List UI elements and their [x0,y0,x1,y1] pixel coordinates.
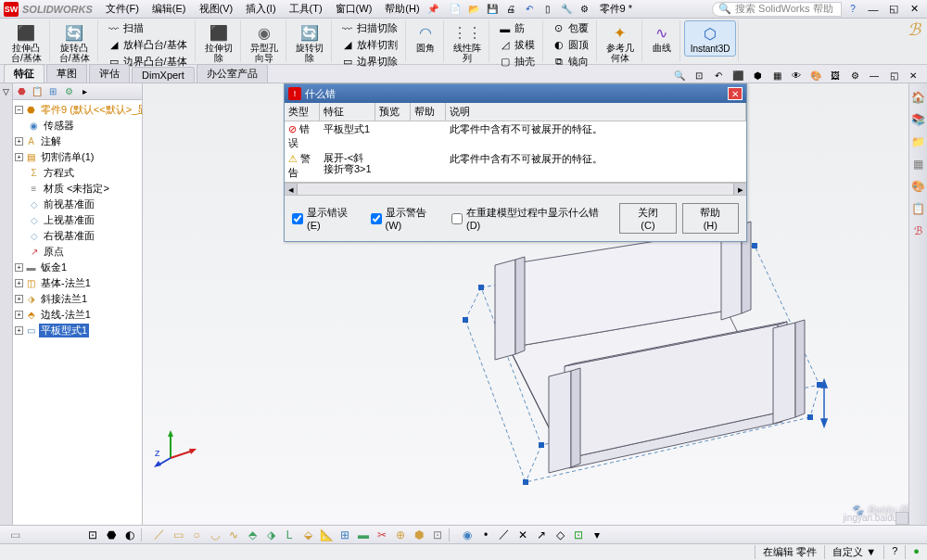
bt-sm4-icon[interactable]: ⬙ [300,528,315,542]
appearance-icon[interactable]: 🎨 [807,68,824,83]
tree-cutlist[interactable]: +▤切割清单(1) [15,149,140,165]
view-triad[interactable]: z [152,423,198,469]
menu-insert[interactable]: 插入(I) [240,0,281,18]
col-help[interactable]: 帮助 [411,103,446,121]
library-icon[interactable]: 📚 [911,113,926,128]
menu-file[interactable]: 文件(F) [100,0,145,18]
sw-tp-icon[interactable]: ℬ [911,224,926,239]
col-description[interactable]: 说明 [446,103,746,121]
wrap-button[interactable]: ⊙包覆 [551,20,590,36]
model-tab-icon[interactable]: ▭ [7,528,22,542]
tree-root[interactable]: −⬣零件9 (默认<<默认>_显示状 [15,102,140,118]
menu-window[interactable]: 窗口(W) [330,0,378,18]
menu-tools[interactable]: 工具(T) [284,0,328,18]
bt-arc-icon[interactable]: ◡ [208,528,222,542]
prev-view-icon[interactable]: ↶ [710,68,727,83]
minimize-icon[interactable]: — [864,2,883,17]
hole-wizard-button[interactable]: ◉ 异型孔 向导 [245,20,284,65]
tab-features[interactable]: 特征 [4,64,44,83]
options-icon[interactable]: ⚙ [578,2,592,17]
sweep-button[interactable]: 〰扫描 [106,20,189,36]
menu-view[interactable]: 视图(V) [194,0,239,18]
restore-icon[interactable]: ◱ [884,2,903,17]
help-icon[interactable]: ? [845,2,860,17]
print-icon[interactable]: 🖨 [503,2,518,17]
tree-edgeflange[interactable]: +⬘边线-法兰1 [15,307,140,323]
bt-circle-icon[interactable]: ○ [189,528,204,542]
tab-evaluate[interactable]: 评估 [89,64,130,83]
loft-button[interactable]: ◢放样凸台/基体 [106,37,189,53]
bt-sm2-icon[interactable]: ⬗ [263,528,278,542]
tree-flatpattern[interactable]: +▭平板型式1 [15,323,140,338]
col-feature[interactable]: 特征 [320,103,375,121]
tree-equations[interactable]: Σ方程式 [15,165,140,181]
bt-icon-3[interactable]: ◐ [122,528,137,542]
bt-ax-icon[interactable]: ✕ [515,528,530,542]
bt-icon-2[interactable]: ⬣ [104,528,119,542]
menu-edit[interactable]: 编辑(E) [146,0,192,18]
dialog-rows[interactable]: ⊘ 错误 平板型式1 此零件中含有不可被展开的特征。 ⚠ 警告 展开-<斜接折弯… [285,121,746,183]
tab-dimxpert[interactable]: DimXpert [132,67,195,83]
filter-icon[interactable]: ▽ [1,87,12,98]
tree-miterflange[interactable]: +⬗斜接法兰1 [15,291,140,307]
shell-button[interactable]: ▢抽壳 [497,54,537,70]
explorer-icon[interactable]: 📁 [911,135,926,150]
tree-origin[interactable]: ↗原点 [15,244,140,260]
select-icon[interactable]: ▯ [540,2,555,17]
tree-display-icon[interactable]: ⊞ [46,85,59,98]
hide-show-icon[interactable]: 👁 [788,68,805,83]
bt-rect-icon[interactable]: ▭ [171,528,185,542]
boundary-cut-button[interactable]: ▭边界切除 [339,54,400,70]
appearance2-icon[interactable]: 🎨 [911,180,926,195]
dialog-row-warning[interactable]: ⚠ 警告 展开-<斜接折弯3>1 此零件中含有不可被展开的特征。 [285,151,746,181]
bt-sm11-icon[interactable]: ⊡ [430,528,445,542]
bt-line-icon[interactable]: ／ [152,528,167,542]
rebuild-icon[interactable]: 🔧 [559,2,574,17]
status-custom[interactable]: 自定义 ▼ [824,545,883,559]
dialog-hscroll[interactable]: ◂ ▸ [285,183,746,196]
revolve-boss-button[interactable]: 🔄 旋转凸 台/基体 [54,20,95,65]
search-box[interactable]: 🔍 搜索 SolidWorks 帮助 [712,2,842,17]
graphics-viewport[interactable]: ! 什么错 ✕ 类型 特征 预览 帮助 说明 ⊘ 错误 平板型式1 此零件中含有… [143,83,927,525]
property-icon[interactable]: 📋 [911,202,926,217]
bt-sm9-icon[interactable]: ⊕ [393,528,408,542]
extrude-boss-button[interactable]: ⬛ 拉伸凸 台/基体 [6,20,47,65]
display-style-icon[interactable]: ▦ [768,68,785,83]
bt-icon-1[interactable]: ⊡ [85,528,100,542]
menu-help[interactable]: 帮助(H) [379,0,425,18]
pattern-button[interactable]: ⋮⋮ 线性阵 列 [448,20,487,65]
bt-sm5-icon[interactable]: 📐 [319,528,334,542]
bt-px-icon[interactable]: ◉ [460,528,475,542]
tree-other-icon[interactable]: ▸ [78,85,91,98]
tree-prop-icon[interactable]: ⚙ [62,85,75,98]
palette-icon[interactable]: ▦ [911,158,926,172]
doc-close-icon[interactable]: ✕ [905,68,921,83]
chk-show-rebuild[interactable]: 在重建模型过程中显示什么错(D) [451,206,608,231]
chk-show-errors[interactable]: 显示错误(E) [292,206,360,231]
save-icon[interactable]: 💾 [485,2,500,17]
zoom-area-icon[interactable]: ⊡ [691,68,707,83]
tab-office[interactable]: 办公室产品 [197,64,268,83]
bt-ln-icon[interactable]: • [478,528,493,542]
dialog-titlebar[interactable]: ! 什么错 ✕ [285,84,746,103]
doc-max-icon[interactable]: ◱ [885,68,902,83]
tree-annotations[interactable]: +A注解 [15,134,140,149]
home-icon[interactable]: 🏠 [911,91,926,106]
bt-cs-icon[interactable]: ↗ [534,528,549,542]
tree-right-plane[interactable]: ◇右视基准面 [15,228,140,244]
bt-sm8-icon[interactable]: ✂ [375,528,389,542]
feature-tree[interactable]: −⬣零件9 (默认<<默认>_显示状 ◉传感器 +A注解 +▤切割清单(1) Σ… [13,100,142,525]
new-icon[interactable]: 📄 [448,2,463,17]
status-help-icon[interactable]: ? [883,545,905,559]
tree-sheetmetal[interactable]: +▬钣金1 [15,260,140,275]
bt-ln2-icon[interactable]: ／ [497,528,512,542]
draft-button[interactable]: ◿拔模 [497,37,537,53]
tree-top-plane[interactable]: ◇上视基准面 [15,212,140,228]
open-icon[interactable]: 📂 [466,2,481,17]
doc-min-icon[interactable]: — [866,68,883,83]
bt-sm6-icon[interactable]: ⊞ [337,528,352,542]
status-rec-icon[interactable]: ● [905,545,927,559]
rib-button[interactable]: ▬筋 [497,20,537,36]
zoom-fit-icon[interactable]: 🔍 [671,68,688,83]
view-orient-icon[interactable]: ⬢ [749,68,766,83]
